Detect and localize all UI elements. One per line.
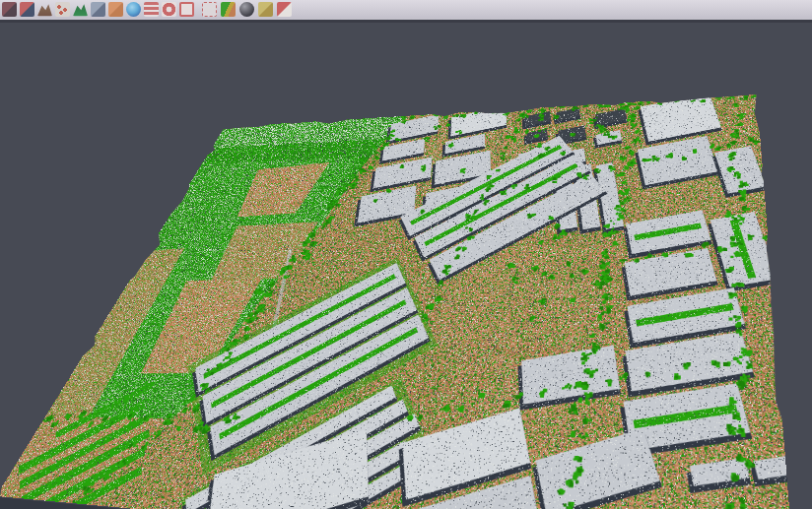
open-icon[interactable]: [2, 2, 17, 17]
target-icon[interactable]: [162, 2, 176, 17]
viewport-3d[interactable]: [0, 23, 812, 509]
ortho-icon[interactable]: [108, 2, 123, 17]
list-icon[interactable]: [144, 2, 159, 17]
points-icon[interactable]: [55, 2, 70, 17]
terrain-side-face: [0, 23, 812, 509]
import-icon[interactable]: [20, 2, 34, 17]
globe-icon[interactable]: [126, 2, 141, 17]
classification-icon[interactable]: [221, 2, 236, 17]
select-area-icon[interactable]: [202, 2, 217, 17]
terrain-icon[interactable]: [37, 2, 52, 17]
profile-icon[interactable]: [91, 2, 105, 17]
sphere-view-icon[interactable]: [239, 2, 254, 17]
toolbar: [0, 0, 812, 23]
surface-icon[interactable]: [73, 2, 88, 17]
measure-icon[interactable]: [258, 2, 273, 17]
extent-icon[interactable]: [179, 2, 194, 17]
flag-icon[interactable]: [277, 2, 292, 17]
